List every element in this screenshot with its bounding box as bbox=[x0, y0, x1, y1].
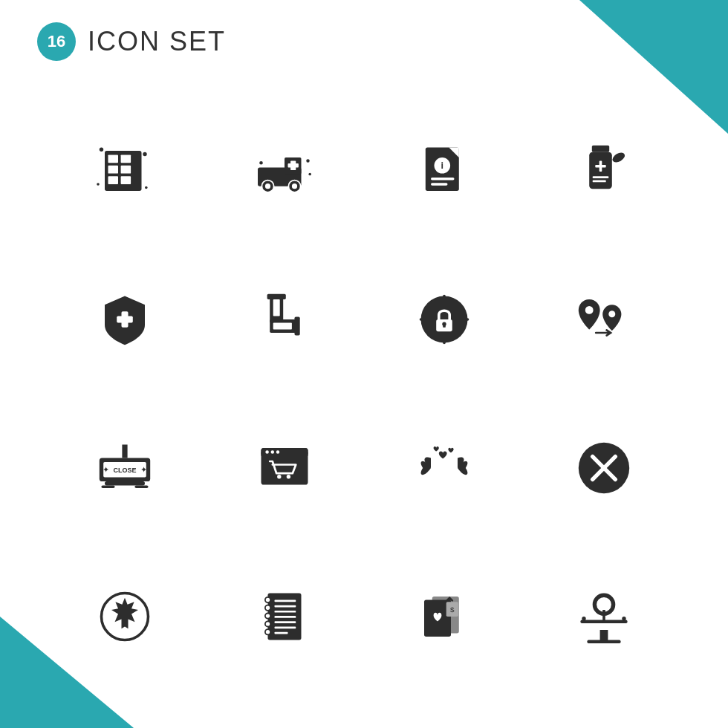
svg-rect-40 bbox=[294, 316, 299, 335]
icon-celebration bbox=[371, 401, 516, 535]
icon-heart-photo: $ bbox=[371, 550, 516, 683]
icon-close-sign: CLOSE ✦ ✦ bbox=[52, 401, 197, 535]
svg-rect-86 bbox=[274, 632, 287, 634]
icon-count-badge: 16 bbox=[37, 22, 76, 61]
svg-rect-33 bbox=[592, 181, 605, 183]
svg-rect-26 bbox=[431, 178, 455, 181]
svg-point-21 bbox=[308, 173, 311, 176]
svg-point-78 bbox=[264, 621, 270, 626]
svg-rect-81 bbox=[274, 605, 296, 608]
svg-point-75 bbox=[264, 597, 270, 602]
svg-rect-84 bbox=[274, 621, 296, 623]
svg-rect-5 bbox=[108, 176, 118, 184]
svg-text:CLOSE: CLOSE bbox=[113, 467, 136, 474]
icon-lock-circle bbox=[371, 253, 516, 386]
svg-rect-36 bbox=[117, 316, 133, 323]
svg-point-50 bbox=[419, 318, 422, 321]
svg-rect-59 bbox=[105, 481, 145, 485]
svg-rect-28 bbox=[591, 146, 608, 152]
svg-point-52 bbox=[608, 311, 615, 317]
svg-point-65 bbox=[265, 450, 269, 454]
svg-rect-2 bbox=[120, 155, 131, 163]
svg-point-7 bbox=[99, 148, 103, 152]
svg-rect-92 bbox=[587, 640, 620, 644]
svg-rect-4 bbox=[120, 166, 131, 174]
svg-rect-61 bbox=[134, 485, 148, 488]
icon-close-circle bbox=[531, 401, 676, 535]
svg-point-48 bbox=[466, 318, 469, 321]
svg-point-51 bbox=[585, 306, 593, 314]
svg-point-9 bbox=[97, 183, 100, 186]
svg-rect-53 bbox=[122, 445, 127, 458]
icon-cart-browser bbox=[212, 401, 357, 535]
svg-text:i: i bbox=[441, 160, 443, 171]
svg-point-77 bbox=[264, 614, 270, 619]
svg-text:✦: ✦ bbox=[103, 465, 109, 474]
icon-medicine-bottle bbox=[531, 104, 676, 238]
svg-rect-42 bbox=[273, 323, 291, 330]
svg-rect-31 bbox=[595, 165, 605, 168]
svg-point-66 bbox=[270, 450, 274, 454]
svg-rect-39 bbox=[267, 294, 285, 299]
svg-rect-85 bbox=[274, 627, 296, 629]
svg-rect-80 bbox=[274, 600, 296, 602]
svg-point-68 bbox=[277, 475, 281, 478]
icon-notebook bbox=[212, 550, 357, 683]
svg-point-34 bbox=[611, 151, 626, 164]
icon-shield-plus bbox=[52, 253, 197, 386]
svg-rect-3 bbox=[108, 166, 118, 174]
svg-point-18 bbox=[291, 183, 296, 189]
icon-pipe-fitting bbox=[212, 253, 357, 386]
icon-film-chocolate bbox=[52, 104, 197, 238]
svg-rect-60 bbox=[101, 485, 114, 488]
svg-point-17 bbox=[264, 183, 270, 189]
svg-point-10 bbox=[145, 186, 148, 189]
page-header: 16 ICON SET bbox=[37, 22, 226, 61]
svg-rect-32 bbox=[592, 176, 608, 178]
svg-rect-82 bbox=[274, 611, 296, 613]
icon-maple-leaf bbox=[52, 550, 197, 683]
svg-point-20 bbox=[306, 159, 310, 163]
page-title: ICON SET bbox=[88, 26, 226, 57]
svg-rect-83 bbox=[274, 616, 296, 618]
svg-point-69 bbox=[286, 475, 290, 478]
svg-point-19 bbox=[259, 161, 263, 165]
svg-point-76 bbox=[264, 605, 270, 611]
icon-ring-balance bbox=[531, 550, 676, 683]
svg-rect-27 bbox=[431, 183, 448, 186]
svg-point-47 bbox=[443, 295, 446, 298]
svg-text:✦: ✦ bbox=[140, 465, 146, 474]
svg-rect-46 bbox=[443, 324, 446, 328]
svg-point-49 bbox=[443, 342, 446, 345]
svg-point-96 bbox=[582, 617, 585, 620]
svg-rect-6 bbox=[120, 176, 131, 184]
svg-rect-1 bbox=[108, 155, 118, 163]
svg-rect-41 bbox=[273, 299, 279, 316]
svg-text:$: $ bbox=[450, 605, 455, 614]
icon-grid: i bbox=[37, 89, 691, 698]
svg-point-97 bbox=[622, 617, 625, 620]
svg-point-8 bbox=[143, 152, 146, 156]
icon-location-pins bbox=[531, 253, 676, 386]
svg-rect-14 bbox=[287, 163, 298, 167]
svg-point-67 bbox=[276, 450, 279, 454]
icon-info-document: i bbox=[371, 104, 516, 238]
svg-point-79 bbox=[264, 629, 270, 634]
icon-ambulance bbox=[212, 104, 357, 238]
